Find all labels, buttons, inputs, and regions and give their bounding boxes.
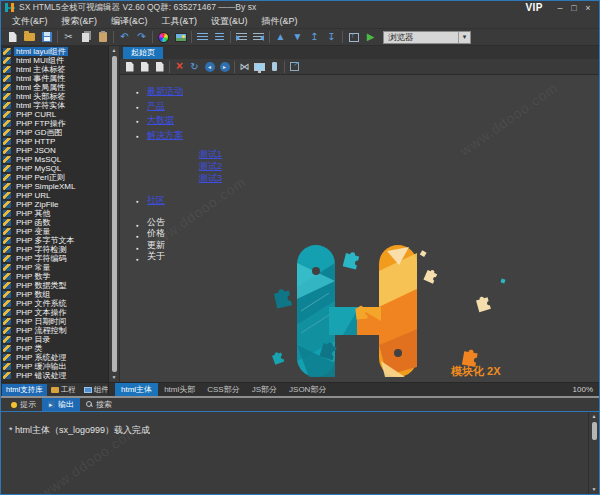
tab-components[interactable]: 组件 [80,384,108,396]
tab-hints[interactable]: 提示 [5,398,42,411]
move-up-icon[interactable] [272,30,289,45]
tab-search[interactable]: 搜索 [80,398,118,411]
move-down-icon[interactable] [289,30,306,45]
mobile-view-icon[interactable] [267,60,282,74]
sidebar-item[interactable]: PHP URL [1,191,108,200]
sidebar-item[interactable]: PHP 字符编码 [1,254,108,263]
code-tab[interactable]: CSS部分 [201,383,245,396]
sidebar-item[interactable]: PHP CURL [1,110,108,119]
align-center-icon[interactable] [211,30,228,45]
open-external-icon[interactable] [287,60,302,74]
nav-back-icon[interactable] [202,60,217,74]
cut-icon[interactable] [60,30,77,45]
scroll-up-icon[interactable]: ▲ [592,412,597,421]
nav-link[interactable]: 产品 [147,101,165,111]
minimize-button[interactable]: – [553,2,567,14]
test-link[interactable]: 测试3 [199,172,222,184]
sidebar-item[interactable]: PHP 日期时间 [1,317,108,326]
sidebar-item[interactable]: html 字符实体 [1,101,108,110]
sidebar-item[interactable]: PHP 数组 [1,290,108,299]
sidebar-item[interactable]: PHP 类 [1,344,108,353]
code-tab[interactable]: JS部分 [246,383,283,396]
menu-item[interactable]: 文件(&F) [5,14,55,28]
sidebar-item[interactable]: PHP 数据类型 [1,281,108,290]
open-file-icon[interactable] [21,30,38,45]
scroll-down-icon[interactable]: ▼ [592,485,597,494]
sidebar-item[interactable]: PHP 文本操作 [1,308,108,317]
color-picker-icon[interactable] [155,30,172,45]
sidebar-item[interactable]: PHP 系统处理 [1,353,108,362]
tab-output[interactable]: 输出 [42,398,80,411]
sidebar-item[interactable]: PHP 目录 [1,335,108,344]
menu-item[interactable]: 工具(&T) [155,14,205,28]
nav-link[interactable]: 大数据 [147,115,174,125]
sidebar-item[interactable]: html 全局属性 [1,83,108,92]
align-left-icon[interactable] [194,30,211,45]
community-link[interactable]: 社区 [147,195,165,205]
test-link[interactable]: 测试2 [199,160,222,172]
nav-link[interactable]: 最新活动 [147,86,183,96]
indent-icon[interactable] [233,30,250,45]
sidebar-item[interactable]: html 主体标签 [1,65,108,74]
close-button[interactable]: × [581,2,595,14]
run-icon[interactable] [362,30,379,45]
outdent-icon[interactable] [250,30,267,45]
sidebar-item[interactable]: PHP 多字节文本 [1,236,108,245]
insert-image-icon[interactable] [172,30,189,45]
nav-link[interactable]: 解决方案 [147,130,183,140]
sidebar-item[interactable]: PHP GD画图 [1,128,108,137]
sidebar-item[interactable]: PHP 字符检测 [1,245,108,254]
move-bottom-icon[interactable] [323,30,340,45]
sidebar-item[interactable]: PHP HTTP [1,137,108,146]
maximize-button[interactable]: □ [567,2,581,14]
preview-vertical-scrollbar[interactable]: ▲ ▼ [109,46,120,382]
sidebar-item[interactable]: PHP MySQL [1,164,108,173]
sidebar-item[interactable]: PHP 其他 [1,209,108,218]
test-link[interactable]: 测试1 [199,148,222,160]
tab-project[interactable]: 工程 [47,384,80,396]
close-page-icon[interactable] [172,60,187,74]
scroll-up-icon[interactable]: ▲ [112,46,117,55]
nav-forward-icon[interactable] [217,60,232,74]
menu-item[interactable]: 搜索(&F) [55,14,105,28]
sidebar-item[interactable]: PHP 变量 [1,227,108,236]
sidebar-item[interactable]: PHP 文件系统 [1,299,108,308]
sidebar-item[interactable]: PHP JSON [1,146,108,155]
scrollbar-thumb[interactable] [592,422,597,440]
code-tab[interactable]: JSON部分 [283,383,332,396]
code-tab[interactable]: html主体 [115,383,158,396]
deploy-icon[interactable] [345,30,362,45]
browser-select[interactable]: 浏览器 [383,31,471,44]
save-icon[interactable] [38,30,55,45]
sidebar-item[interactable]: PHP MsSQL [1,155,108,164]
scroll-down-icon[interactable]: ▼ [112,373,117,382]
sidebar-item[interactable]: html MUI组件 [1,56,108,65]
sidebar-item[interactable]: PHP Perl正则 [1,173,108,182]
sidebar-item[interactable]: PHP FTP操作 [1,119,108,128]
sidebar-item[interactable]: PHP ZipFile [1,200,108,209]
sidebar-item[interactable]: PHP 函数 [1,218,108,227]
chevron-down-icon[interactable] [458,32,470,43]
tab-html-library[interactable]: html支持库 [2,384,47,396]
import-page-icon[interactable] [137,60,152,74]
new-file-icon[interactable] [4,30,21,45]
sidebar-item[interactable]: PHP 错误处理 [1,371,108,380]
new-page-icon[interactable] [122,60,137,74]
menu-item[interactable]: 编译(&C) [104,14,155,28]
sidebar-item[interactable]: PHP 数学 [1,272,108,281]
sidebar-item[interactable]: PHP 缓冲输出 [1,362,108,371]
code-tab[interactable]: html头部 [158,383,201,396]
move-top-icon[interactable] [306,30,323,45]
sidebar-item[interactable]: html layui组件 [1,47,108,56]
scrollbar-thumb[interactable] [112,56,117,372]
output-scrollbar[interactable]: ▲ ▼ [588,412,599,494]
paste-icon[interactable] [94,30,111,45]
undo-icon[interactable] [116,30,133,45]
sidebar-item[interactable]: html 事件属性 [1,74,108,83]
tab-start-page[interactable]: 起始页 [123,47,163,59]
merge-view-icon[interactable] [237,60,252,74]
sidebar-item[interactable]: html 头部标签 [1,92,108,101]
copy-icon[interactable] [77,30,94,45]
refresh-icon[interactable] [187,60,202,74]
menu-item[interactable]: 插件(&P) [255,14,305,28]
